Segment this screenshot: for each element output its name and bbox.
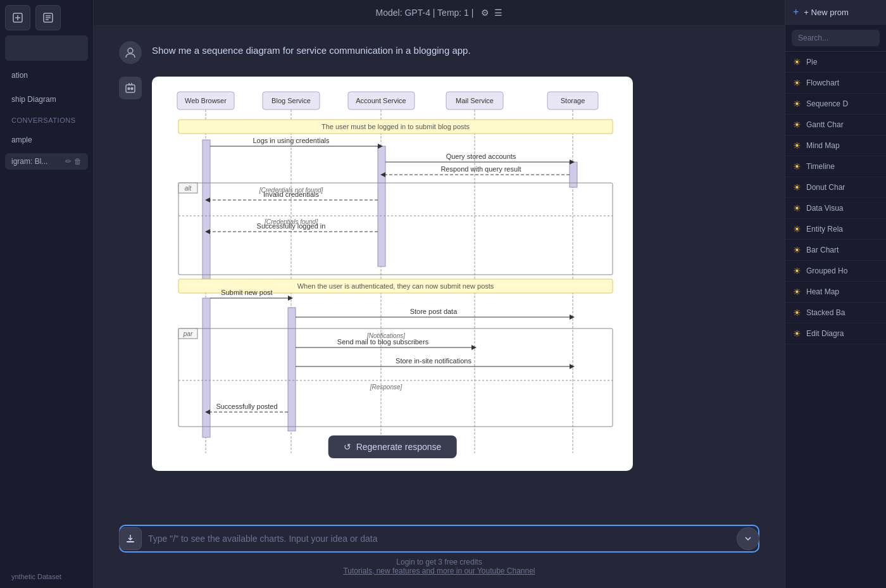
chat-input[interactable] <box>148 534 733 544</box>
search-box <box>785 25 886 52</box>
chart-label-3: Gantt Char <box>806 120 844 129</box>
right-sidebar-item-0[interactable]: ☀Pie <box>785 52 886 73</box>
bottom-links: Login to get 3 free credits Tutorials, n… <box>119 558 759 575</box>
svg-marker-73 <box>570 364 575 369</box>
right-sidebar-item-3[interactable]: ☀Gantt Char <box>785 115 886 135</box>
chart-label-4: Mind Map <box>806 141 840 150</box>
right-sidebar-item-7[interactable]: ☀Data Visua <box>785 198 886 219</box>
user-message-text: Show me a sequence diagram for service c… <box>152 41 471 56</box>
chart-label-5: Timeline <box>806 162 835 171</box>
svg-text:Respond with query result: Respond with query result <box>440 165 521 173</box>
sidebar-item-relationship[interactable]: ship Diagram <box>5 90 88 109</box>
right-sidebar-items: ☀Pie☀Flowchart☀Sequence D☀Gantt Char☀Min… <box>785 52 886 344</box>
tutorial-link[interactable]: Tutorials, new features and more in our … <box>343 566 535 575</box>
chart-label-9: Bar Chart <box>806 246 839 254</box>
chart-icon-3: ☀ <box>793 120 801 130</box>
chart-icon-4: ☀ <box>793 141 801 151</box>
chart-label-0: Pie <box>806 58 817 66</box>
svg-text:Web Browser: Web Browser <box>185 97 227 104</box>
right-sidebar-item-8[interactable]: ☀Entity Rela <box>785 219 886 240</box>
chart-label-13: Edit Diagra <box>806 329 844 338</box>
dataset-label: ynthetic Dataset <box>5 570 88 583</box>
settings-icons: ⚙ ☰ <box>481 8 502 18</box>
menu-icon[interactable]: ☰ <box>494 8 502 18</box>
chart-icon-13: ☀ <box>793 328 801 339</box>
chat-area: Show me a sequence diagram for service c… <box>94 26 785 517</box>
right-sidebar-item-13[interactable]: ☀Edit Diagra <box>785 323 886 344</box>
chart-label-1: Flowchart <box>806 78 839 87</box>
sidebar-item-navigation[interactable]: ation <box>5 66 88 85</box>
edit-icon[interactable]: ✏ <box>65 157 72 166</box>
chart-icon-7: ☀ <box>793 203 801 213</box>
svg-rect-32 <box>378 146 385 266</box>
chart-label-8: Entity Rela <box>806 225 843 234</box>
chart-icon-5: ☀ <box>793 161 801 172</box>
svg-rect-31 <box>203 140 210 279</box>
right-sidebar-item-9[interactable]: ☀Bar Chart <box>785 240 886 261</box>
chart-icon-12: ☀ <box>793 308 801 318</box>
right-sidebar-item-6[interactable]: ☀Donut Char <box>785 177 886 198</box>
right-sidebar-item-12[interactable]: ☀Stacked Ba <box>785 303 886 323</box>
svg-text:Store in-site notifications: Store in-site notifications <box>396 357 471 365</box>
settings-icon[interactable]: ⚙ <box>481 8 489 18</box>
plus-icon: + <box>793 6 799 18</box>
chart-icon-0: ☀ <box>793 57 801 67</box>
download-button[interactable] <box>119 527 142 550</box>
chart-label-7: Data Visua <box>806 204 843 213</box>
right-sidebar-item-1[interactable]: ☀Flowchart <box>785 73 886 94</box>
chart-label-12: Stacked Ba <box>806 308 845 317</box>
history-item-1[interactable]: ample <box>5 132 88 148</box>
sidebar-search[interactable] <box>5 35 88 61</box>
right-sidebar: + + New prom ☀Pie☀Flowchart☀Sequence D☀G… <box>785 0 886 588</box>
svg-rect-58 <box>288 308 296 431</box>
chart-icon-8: ☀ <box>793 224 801 234</box>
history-btn[interactable] <box>35 5 61 30</box>
svg-text:Logs in using credentials: Logs in using credentials <box>253 137 330 144</box>
chart-icon-9: ☀ <box>793 245 801 255</box>
svg-text:The user must be logged in to : The user must be logged in to submit blo… <box>321 123 470 130</box>
scroll-down-button[interactable] <box>737 527 759 550</box>
bot-message: Web Browser Blog Service Account Service… <box>119 77 759 471</box>
bot-avatar <box>119 77 142 99</box>
main-content: Model: GPT-4 | Temp: 1 | ⚙ ☰ Show me a s… <box>94 0 785 588</box>
svg-text:alt: alt <box>185 185 192 192</box>
right-sidebar-item-4[interactable]: ☀Mind Map <box>785 135 886 156</box>
new-chat-btn[interactable] <box>5 5 30 30</box>
right-sidebar-item-2[interactable]: ☀Sequence D <box>785 94 886 115</box>
svg-text:par: par <box>183 330 193 337</box>
svg-rect-33 <box>570 162 577 187</box>
new-prompt-button[interactable]: + + New prom <box>785 0 886 25</box>
chart-icon-11: ☀ <box>793 287 801 297</box>
chat-input-wrapper: ⚡ <box>119 525 759 553</box>
chart-label-10: Grouped Ho <box>806 266 847 275</box>
conversations-label: Conversations <box>5 114 88 127</box>
svg-rect-8 <box>126 85 135 92</box>
svg-text:Successfully posted: Successfully posted <box>216 403 277 410</box>
svg-text:Account Service: Account Service <box>356 97 406 104</box>
chart-label-6: Donut Char <box>806 183 845 192</box>
svg-text:Successfully logged in: Successfully logged in <box>257 222 326 230</box>
chart-icon-1: ☀ <box>793 78 801 88</box>
credit-text: Login to get 3 free credits <box>396 558 482 566</box>
right-sidebar-item-10[interactable]: ☀Grouped Ho <box>785 261 886 282</box>
history-item-2[interactable]: igram: Bl... ✏ 🗑 <box>5 153 88 170</box>
svg-text:When the user is authenticated: When the user is authenticated, they can… <box>297 282 494 290</box>
top-bar: Model: GPT-4 | Temp: 1 | ⚙ ☰ <box>94 0 785 26</box>
svg-marker-63 <box>570 315 575 320</box>
svg-rect-43 <box>178 183 613 275</box>
svg-marker-70 <box>471 345 477 350</box>
search-input[interactable] <box>792 30 880 46</box>
svg-text:Submit new post: Submit new post <box>221 289 272 296</box>
chart-icon-10: ☀ <box>793 266 801 276</box>
delete-icon[interactable]: 🗑 <box>74 157 82 166</box>
sequence-diagram: Web Browser Blog Service Account Service… <box>165 89 620 458</box>
regenerate-button[interactable]: ↺ Regenerate response <box>328 435 457 458</box>
regenerate-icon: ↺ <box>344 442 351 452</box>
bottom-section: ⚡ Login to get 3 free credits Tutorials,… <box>94 517 785 588</box>
user-avatar <box>119 41 142 64</box>
right-sidebar-item-5[interactable]: ☀Timeline <box>785 156 886 177</box>
svg-point-10 <box>131 88 133 90</box>
chart-icon-2: ☀ <box>793 99 801 109</box>
diagram-container: Web Browser Blog Service Account Service… <box>152 77 633 471</box>
right-sidebar-item-11[interactable]: ☀Heat Map <box>785 282 886 303</box>
